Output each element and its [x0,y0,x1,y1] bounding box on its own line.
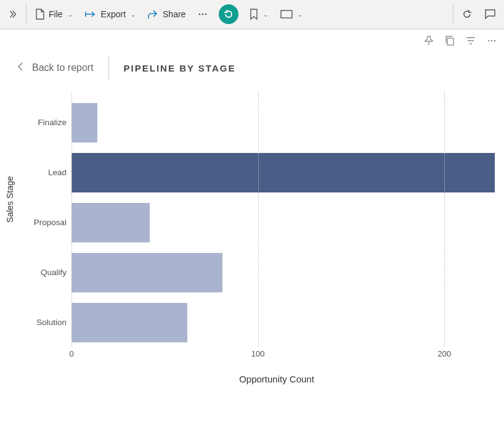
svg-rect-3 [281,10,292,18]
bar-category-label: Solution [22,318,67,327]
toolbar-right-group [450,2,502,27]
chevron-down-icon: ⌄ [298,11,303,18]
refresh-icon [462,9,472,19]
bar[interactable] [71,253,222,292]
header-separator [108,56,109,80]
bar[interactable] [71,153,495,192]
bar-row: Proposal [71,203,500,242]
export-icon [85,10,97,19]
bar-category-label: Qualify [22,268,67,277]
file-menu-label: File [49,9,63,19]
back-label: Back to report [32,62,94,73]
x-tick-label: 0 [69,349,73,358]
copy-button[interactable] [445,36,455,46]
svg-point-7 [494,40,496,42]
expand-ribbon-button[interactable] [2,2,23,27]
chevron-down-icon: ⌄ [263,11,268,18]
visual-actions-row [0,30,504,46]
bookmark-button[interactable]: ⌄ [243,2,274,27]
toolbar-separator [26,4,26,24]
bar-row: Finalize [71,103,500,142]
svg-rect-4 [447,38,453,45]
bar-container: FinalizeLeadProposalQualifySolution [71,97,500,347]
bar-category-label: Lead [22,168,67,177]
svg-point-0 [199,14,201,15]
x-axis-title: Opportunity Count [49,374,504,384]
visual-more-button[interactable] [487,36,497,46]
file-icon [35,9,45,20]
app-toolbar: File ⌄ Export ⌄ Share ⌄ ⌄ [0,0,504,30]
bar-category-label: Proposal [22,218,67,227]
bar-category-label: Finalize [22,118,67,127]
refresh-button[interactable] [456,2,478,27]
header-row: Back to report PIPELINE BY STAGE [0,46,504,91]
reset-icon [224,9,234,19]
gridline [444,91,445,347]
share-label: Share [163,9,185,19]
bar[interactable] [71,303,187,342]
gridline [258,91,259,347]
comment-icon [484,9,495,19]
comment-button[interactable] [478,2,502,27]
bookmark-icon [250,9,258,20]
svg-point-2 [205,14,207,15]
file-menu-button[interactable]: File ⌄ [29,2,79,27]
svg-point-6 [491,40,493,42]
view-button[interactable]: ⌄ [274,2,309,27]
gridline [71,91,72,347]
filter-button[interactable] [466,36,476,46]
back-to-report-link[interactable]: Back to report [17,62,94,74]
x-tick-label: 200 [437,349,451,358]
toolbar-separator [453,4,453,24]
y-axis-title: Sales Stage [5,176,15,223]
bar-row: Lead [71,153,500,192]
chart-plot: FinalizeLeadProposalQualifySolution 0100… [71,91,500,357]
share-button[interactable]: Share [142,2,192,27]
export-button[interactable]: Export ⌄ [79,2,142,27]
bar[interactable] [71,203,150,242]
export-label: Export [101,9,126,19]
ellipsis-icon [198,9,208,19]
chevron-down-icon: ⌄ [131,11,136,18]
svg-point-1 [202,14,204,15]
pin-button[interactable] [424,36,434,46]
x-ticks: 0100200 [71,349,500,361]
share-icon [148,9,159,19]
bar-row: Solution [71,303,500,342]
x-tick-label: 100 [251,349,265,358]
more-options-button[interactable] [192,2,214,27]
chart-title: PIPELINE BY STAGE [124,63,236,73]
bar[interactable] [71,103,97,142]
chart-area: Sales Stage FinalizeLeadProposalQualifyS… [22,91,504,363]
view-rectangle-icon [280,10,293,19]
chevron-left-icon [17,62,23,74]
reset-button[interactable] [219,4,238,24]
svg-point-5 [488,40,490,42]
chevron-double-right-icon [9,10,17,19]
chevron-down-icon: ⌄ [68,11,73,18]
bar-row: Qualify [71,253,500,292]
